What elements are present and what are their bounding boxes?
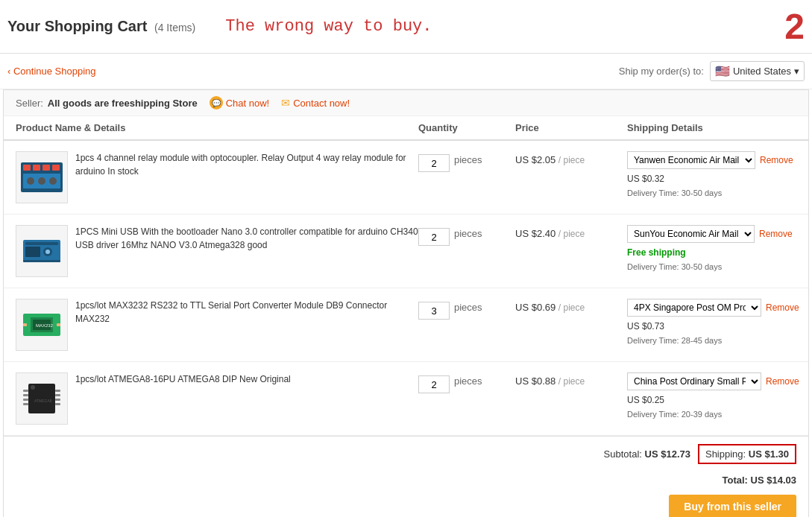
price-unit-0: / piece xyxy=(558,155,585,165)
item-image-2: MAX232 xyxy=(16,299,68,351)
table-row: 1pcs 4 channel relay module with optocou… xyxy=(4,141,808,215)
quantity-input-0[interactable] xyxy=(418,154,450,172)
svg-rect-14 xyxy=(23,260,60,262)
svg-rect-3 xyxy=(43,165,50,171)
item-shipping-3: China Post Ordinary Small Packet Remove … xyxy=(627,372,799,419)
seller-label: Seller: xyxy=(16,98,43,109)
pieces-label-0: pieces xyxy=(454,154,482,165)
item-quantity-2: pieces xyxy=(418,299,515,320)
item-image-0 xyxy=(16,151,68,203)
delivery-time-2: Delivery Time: 28-45 days xyxy=(627,336,799,345)
item-image-1 xyxy=(16,225,68,277)
svg-rect-2 xyxy=(33,165,40,171)
buy-row: Buy from this seller xyxy=(4,489,808,517)
svg-point-13 xyxy=(45,250,50,254)
delivery-time-0: Delivery Time: 30-50 days xyxy=(627,188,796,197)
shipping-free-label-1: Free shipping xyxy=(627,247,796,258)
shipping-select-row-2: 4PX Singapore Post OM Pro Remove xyxy=(627,299,799,317)
svg-rect-28 xyxy=(55,394,60,396)
country-select[interactable]: 🇺🇸 United States ▾ xyxy=(710,61,805,81)
ship-to-section: Ship my order(s) to: 🇺🇸 United States ▾ xyxy=(619,61,805,81)
seller-name: All goods are freeshipping Store xyxy=(48,98,198,109)
envelope-icon: ✉ xyxy=(281,97,290,109)
cart-title: Your Shopping Cart (4 Items) xyxy=(7,18,195,35)
shipping-cost-2: US $0.73 xyxy=(627,321,799,332)
page-number: 2 xyxy=(784,6,805,47)
price-value-3: US $0.88 xyxy=(515,375,556,387)
shipping-method-select-2[interactable]: 4PX Singapore Post OM Pro xyxy=(627,299,761,317)
item-name-3[interactable]: 1pcs/lot ATMEGA8-16PU ATMEGA8 DIP New Or… xyxy=(75,372,418,386)
remove-button-3[interactable]: Remove xyxy=(766,376,799,387)
item-shipping-2: 4PX Singapore Post OM Pro Remove US $0.7… xyxy=(627,299,799,345)
item-quantity-1: pieces xyxy=(418,225,515,246)
continue-shopping-link[interactable]: Continue Shopping xyxy=(7,66,96,77)
price-unit-2: / piece xyxy=(558,302,585,313)
item-shipping-1: SunYou Economic Air Mail Remove Free shi… xyxy=(627,225,796,271)
item-product-3: ATMEGA8 1pcs/lot ATMEGA8-16PU ATMEGA8 DI… xyxy=(16,372,418,425)
total-row: Total: US $14.03 xyxy=(4,472,808,489)
shipping-method-select-1[interactable]: SunYou Economic Air Mail xyxy=(627,225,755,243)
remove-button-2[interactable]: Remove xyxy=(766,302,799,313)
shipping-select-row-1: SunYou Economic Air Mail Remove xyxy=(627,225,796,243)
contact-button[interactable]: ✉ Contact now! xyxy=(281,97,350,109)
seller-bar: Seller: All goods are freeshipping Store… xyxy=(4,90,808,116)
page-header: Your Shopping Cart (4 Items) The wrong w… xyxy=(0,0,812,54)
price-unit-1: / piece xyxy=(558,229,585,239)
shipping-summary-box: Shipping: US $1.30 xyxy=(698,444,796,464)
item-price-2: US $0.69 / piece xyxy=(515,299,627,313)
item-price-0: US $2.05 / piece xyxy=(515,151,627,165)
remove-button-1[interactable]: Remove xyxy=(759,229,793,239)
item-name-2[interactable]: 1pcs/lot MAX3232 RS232 to TTL Serial Por… xyxy=(75,299,418,326)
country-name: United States xyxy=(733,66,791,77)
shipping-method-select-3[interactable]: China Post Ordinary Small Packet xyxy=(627,372,761,390)
table-row: MAX232 1pcs/lot MAX3232 RS232 to TTL Ser… xyxy=(4,288,808,362)
svg-point-6 xyxy=(27,177,34,185)
item-shipping-0: Yanwen Economic Air Mail Remove US $0.32… xyxy=(627,151,796,197)
svg-rect-26 xyxy=(23,403,28,405)
quantity-input-3[interactable] xyxy=(418,375,450,393)
chat-label: Chat now! xyxy=(226,98,270,109)
svg-rect-25 xyxy=(23,399,28,401)
subtotal-value: US $12.73 xyxy=(645,448,690,460)
svg-rect-11 xyxy=(25,247,40,257)
table-row: ATMEGA8 1pcs/lot ATMEGA8-16PU ATMEGA8 DI… xyxy=(4,362,808,436)
svg-text:MAX232: MAX232 xyxy=(36,323,54,328)
col-shipping: Shipping Details xyxy=(627,122,796,133)
contact-label: Contact now! xyxy=(293,98,350,109)
remove-button-0[interactable]: Remove xyxy=(760,155,793,165)
total-text: Total: US $14.03 xyxy=(723,475,796,486)
shipping-method-select-0[interactable]: Yanwen Economic Air Mail xyxy=(627,151,755,169)
item-price-3: US $0.88 / piece xyxy=(515,372,627,387)
table-header: Product Name & Details Quantity Price Sh… xyxy=(4,116,808,141)
chat-button[interactable]: 💬 Chat now! xyxy=(210,96,270,110)
item-name-0[interactable]: 1pcs 4 channel relay module with optocou… xyxy=(75,151,418,178)
pieces-label-3: pieces xyxy=(454,375,482,387)
item-product-2: MAX232 1pcs/lot MAX3232 RS232 to TTL Ser… xyxy=(16,299,418,351)
svg-rect-1 xyxy=(23,165,31,171)
price-value-0: US $2.05 xyxy=(515,154,556,165)
col-quantity: Quantity xyxy=(418,122,515,133)
item-quantity-3: pieces xyxy=(418,372,515,393)
quantity-input-2[interactable] xyxy=(418,302,450,320)
country-flag: 🇺🇸 xyxy=(715,64,730,78)
delivery-time-3: Delivery Time: 20-39 days xyxy=(627,410,799,419)
quantity-input-1[interactable] xyxy=(418,228,450,246)
summary-row: Subtotal: US $12.73 Shipping: US $1.30 xyxy=(4,436,808,472)
svg-rect-19 xyxy=(23,323,27,326)
shipping-select-row-0: Yanwen Economic Air Mail Remove xyxy=(627,151,796,169)
svg-rect-10 xyxy=(25,242,58,245)
price-unit-3: / piece xyxy=(558,376,585,387)
cart-items-container: 1pcs 4 channel relay module with optocou… xyxy=(4,141,808,436)
shipping-cost-0: US $0.32 xyxy=(627,174,796,184)
cart-main: Seller: All goods are freeshipping Store… xyxy=(3,89,809,517)
svg-rect-20 xyxy=(57,323,60,326)
svg-rect-29 xyxy=(55,399,60,401)
item-name-1[interactable]: 1PCS Mini USB With the bootloader Nano 3… xyxy=(75,225,418,252)
dropdown-arrow-icon: ▾ xyxy=(794,66,799,77)
pieces-label-2: pieces xyxy=(454,302,482,313)
shipping-cost-3: US $0.25 xyxy=(627,395,799,405)
buy-from-seller-button[interactable]: Buy from this seller xyxy=(669,495,796,517)
tagline: The wrong way to buy. xyxy=(225,17,784,36)
svg-rect-4 xyxy=(52,165,60,171)
delivery-time-1: Delivery Time: 30-50 days xyxy=(627,262,796,271)
